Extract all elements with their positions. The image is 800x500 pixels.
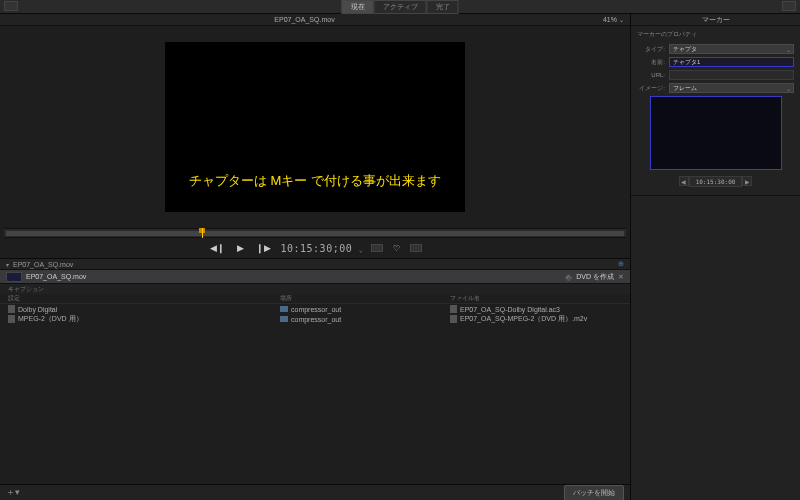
folder-icon bbox=[280, 316, 288, 322]
marker-name-input[interactable]: チャプタ1 bbox=[669, 57, 794, 67]
output-filename: EP07_OA_SQ-MPEG-2（DVD 用）.m2v bbox=[460, 314, 587, 324]
output-table: 設定 場所 ファイル名 Dolby Digital compressor_out… bbox=[0, 294, 630, 324]
status-tabs: 現在 アクティブ 完了 bbox=[342, 0, 459, 14]
marker-image-select[interactable]: フレーム bbox=[669, 83, 794, 93]
col-header-filename: ファイル名 bbox=[450, 294, 630, 303]
folder-icon bbox=[280, 306, 288, 312]
location-name: compressor_out bbox=[291, 306, 341, 313]
caption-label: キャプション bbox=[8, 285, 44, 294]
name-label: 名前: bbox=[637, 58, 665, 67]
file-icon bbox=[450, 305, 457, 313]
prev-frame-button[interactable]: ◀❙ bbox=[208, 243, 227, 253]
batch-empty-area bbox=[0, 324, 630, 484]
job-action-label: DVD を作成 bbox=[576, 272, 614, 282]
type-label: タイプ: bbox=[637, 45, 665, 54]
play-button[interactable]: ▶ bbox=[235, 243, 246, 253]
tab-current[interactable]: 現在 bbox=[342, 0, 374, 14]
sidebar-toggle-button[interactable] bbox=[4, 1, 18, 11]
marker-icon[interactable]: ♡ bbox=[391, 244, 402, 253]
setting-name: MPEG-2（DVD 用） bbox=[18, 314, 83, 324]
job-thumbnail bbox=[6, 272, 22, 282]
job-name: EP07_OA_SQ.mov bbox=[26, 273, 86, 280]
viewer-header: EP07_OA_SQ.mov 41% ⌄ bbox=[0, 14, 630, 26]
viewer-filename: EP07_OA_SQ.mov bbox=[274, 16, 334, 23]
col-header-setting: 設定 bbox=[0, 294, 280, 303]
chevron-down-icon: ⌄ bbox=[619, 17, 624, 23]
tc-decrement-button[interactable]: ◀ bbox=[679, 176, 689, 186]
job-row[interactable]: EP07_OA_SQ.mov DVD を作成 ✕ bbox=[0, 270, 630, 284]
output-filename: EP07_OA_SQ-Dolby Digital.ac3 bbox=[460, 306, 560, 313]
output-row[interactable]: Dolby Digital compressor_out EP07_OA_SQ-… bbox=[0, 304, 630, 314]
top-toolbar: 現在 アクティブ 完了 bbox=[0, 0, 800, 14]
marker-properties-label: マーカーのプロパティ bbox=[637, 30, 794, 39]
setting-icon bbox=[8, 315, 15, 323]
inspector-title: マーカー bbox=[631, 14, 800, 26]
playhead[interactable] bbox=[202, 228, 203, 238]
preview-viewer: チャプターは Mキー で付ける事が出来ます bbox=[0, 26, 630, 228]
transport-controls: ◀❙ ▶ ❙▶ 10:15:30;00 ⌄ ♡ bbox=[0, 238, 630, 258]
setting-icon bbox=[8, 305, 15, 313]
start-batch-button[interactable]: バッチを開始 bbox=[564, 485, 624, 501]
zoom-control[interactable]: 41% ⌄ bbox=[603, 16, 624, 23]
col-header-location: 場所 bbox=[280, 294, 450, 303]
location-name: compressor_out bbox=[291, 316, 341, 323]
setting-name: Dolby Digital bbox=[18, 306, 57, 313]
compare-button[interactable] bbox=[410, 244, 422, 252]
tab-done[interactable]: 完了 bbox=[427, 0, 459, 14]
marker-type-select[interactable]: チャプタ bbox=[669, 44, 794, 54]
tc-increment-button[interactable]: ▶ bbox=[742, 176, 752, 186]
tab-active[interactable]: アクティブ bbox=[374, 0, 427, 14]
annotation-overlay: チャプターは Mキー で付ける事が出来ます bbox=[165, 172, 465, 190]
gear-icon bbox=[564, 273, 572, 281]
file-icon bbox=[450, 315, 457, 323]
batch-disclosure-header[interactable]: ▾ EP07_OA_SQ.mov ⊕ bbox=[0, 258, 630, 270]
batch-filename: EP07_OA_SQ.mov bbox=[13, 261, 73, 268]
timeline-track bbox=[6, 231, 624, 236]
add-icon[interactable]: ⊕ bbox=[618, 260, 624, 268]
marker-thumbnail[interactable] bbox=[650, 96, 782, 170]
timecode-display[interactable]: 10:15:30;00 ⌄ bbox=[281, 243, 364, 254]
zoom-value: 41% bbox=[603, 16, 617, 23]
chevron-down-icon: ▾ bbox=[6, 261, 9, 268]
inspector-toggle-button[interactable] bbox=[782, 1, 796, 11]
url-label: URL: bbox=[637, 72, 665, 78]
marker-url-input[interactable] bbox=[669, 70, 794, 80]
marker-timecode-input[interactable]: 10:15:30:00 bbox=[689, 176, 743, 187]
output-row[interactable]: MPEG-2（DVD 用） compressor_out EP07_OA_SQ-… bbox=[0, 314, 630, 324]
remove-job-button[interactable]: ✕ bbox=[618, 273, 624, 281]
image-label: イメージ: bbox=[637, 84, 665, 93]
timeline[interactable] bbox=[4, 228, 626, 238]
inspector-panel: マーカー マーカーのプロパティ タイプ: チャプタ 名前: チャプタ1 URL:… bbox=[630, 14, 800, 500]
video-canvas[interactable]: チャプターは Mキー で付ける事が出来ます bbox=[165, 42, 465, 212]
caption-row[interactable]: キャプション bbox=[0, 284, 630, 294]
in-out-button[interactable] bbox=[371, 244, 383, 252]
next-frame-button[interactable]: ❙▶ bbox=[254, 243, 273, 253]
bottom-bar: ＋▾ バッチを開始 bbox=[0, 484, 630, 500]
add-batch-button[interactable]: ＋▾ bbox=[6, 486, 20, 499]
